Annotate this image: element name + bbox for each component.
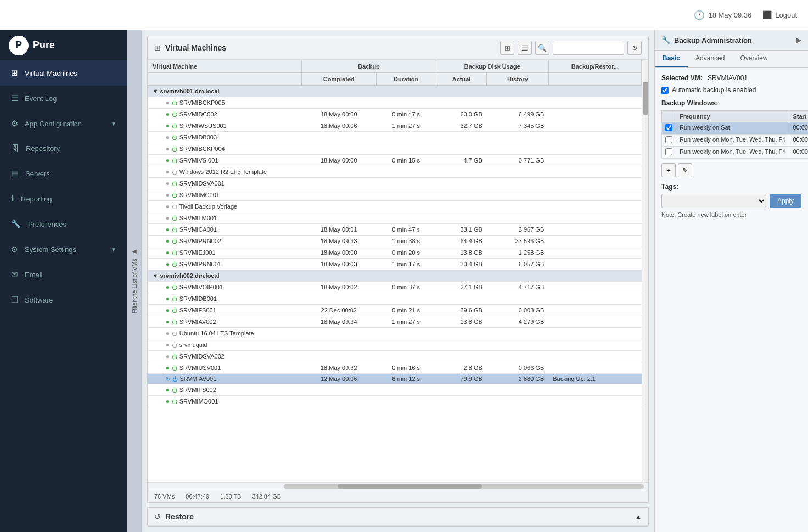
search-button[interactable]: 🔍 bbox=[535, 41, 549, 55]
duration-cell: 1 min 17 s bbox=[376, 259, 436, 270]
table-row[interactable]: ● ⏻ SRVMIVSI001 18.May 00:00 0 min 15 s … bbox=[148, 155, 642, 166]
table-row[interactable]: ● ⏻ SRVMIDC002 18.May 00:00 0 min 47 s 6… bbox=[148, 109, 642, 120]
restore-collapse-icon[interactable]: ▲ bbox=[635, 513, 642, 520]
chevron-down-icon: ▼ bbox=[111, 247, 116, 253]
horizontal-scrollbar[interactable] bbox=[284, 484, 644, 489]
search-input[interactable] bbox=[553, 41, 624, 55]
sidebar-item-preferences[interactable]: 🔧 Preferences bbox=[0, 211, 127, 237]
backup-restore-cell bbox=[548, 189, 641, 201]
vm-name-label: Ubuntu 16.04 LTS Template bbox=[179, 330, 254, 337]
selected-vm-value: SRVMIAV001 bbox=[708, 74, 748, 82]
completed-cell: 18.May 00:03 bbox=[302, 259, 377, 270]
table-row[interactable]: ● ⏻ SRVMIDSVA001 bbox=[148, 178, 642, 189]
backup-window-row[interactable]: Run weekly on Sat 00:00 48h bbox=[662, 122, 809, 135]
backup-restore-cell bbox=[548, 201, 641, 212]
sidebar-item-app-configuration[interactable]: ⚙ App Configuration ▼ bbox=[0, 111, 127, 136]
backup-window-row[interactable]: Run weekly on Mon, Tue, Wed, Thu, Fri 00… bbox=[662, 135, 809, 147]
status-icon: ● bbox=[166, 203, 170, 210]
sidebar-item-system-settings[interactable]: ⊙ System Settings ▼ bbox=[0, 237, 127, 262]
completed-cell: 12.May 00:06 bbox=[302, 374, 377, 384]
completed-cell bbox=[302, 166, 377, 178]
bw-frequency: Run weekly on Mon, Tue, Wed, Thu, Fri bbox=[676, 135, 789, 147]
completed-cell bbox=[302, 396, 377, 407]
table-row[interactable]: ● ⏻ SRVMIBCKP004 bbox=[148, 143, 642, 155]
status-icon: ● bbox=[166, 180, 170, 187]
tags-select[interactable] bbox=[661, 194, 766, 208]
add-backup-window-button[interactable]: + bbox=[661, 163, 676, 177]
backup-window-row[interactable]: Run weekly on Mon, Tue, Wed, Thu, Fri 00… bbox=[662, 147, 809, 159]
table-row[interactable]: ● ⏻ SRVMIDB003 bbox=[148, 132, 642, 143]
bw-checkbox[interactable] bbox=[665, 124, 672, 131]
tab-advanced[interactable]: Advanced bbox=[688, 51, 732, 67]
note-text: Note: Create new label on enter bbox=[661, 211, 801, 218]
table-row[interactable]: ● ⏻ SRVMIAV002 18.May 09:34 1 min 27 s 1… bbox=[148, 316, 642, 328]
grid-view-button[interactable]: ⊞ bbox=[500, 41, 514, 55]
vm-table-title: Virtual Machines bbox=[165, 43, 496, 52]
table-row[interactable]: ● ⏻ SRVMIMO001 bbox=[148, 396, 642, 407]
completed-cell bbox=[302, 189, 377, 201]
vertical-scrollbar[interactable] bbox=[642, 60, 648, 482]
tab-overview[interactable]: Overview bbox=[732, 51, 775, 67]
duration-cell bbox=[376, 201, 436, 212]
table-row[interactable]: ● ⏻ Tivoli Backup Vorlage bbox=[148, 201, 642, 212]
table-row[interactable]: ● ⏻ SRVMIBCKP005 bbox=[148, 97, 642, 109]
logout-button[interactable]: ⬛ Logout bbox=[762, 10, 797, 19]
table-row[interactable]: ● ⏻ SRVMIFS002 bbox=[148, 384, 642, 396]
table-row[interactable]: ● ⏻ SRVMIWSUS001 18.May 00:06 1 min 27 s… bbox=[148, 120, 642, 132]
status-icon: ● bbox=[166, 260, 170, 268]
duration-cell bbox=[376, 212, 436, 224]
col-vm-machine: Virtual Machine bbox=[148, 60, 302, 73]
sidebar-item-reporting[interactable]: ℹ Reporting bbox=[0, 186, 127, 211]
sidebar-item-email[interactable]: ✉ Email bbox=[0, 262, 127, 287]
bw-checkbox[interactable] bbox=[665, 136, 672, 143]
bw-checkbox[interactable] bbox=[665, 148, 672, 155]
vm-name-cell: ● ⏻ SRVMIDSVA001 bbox=[148, 178, 302, 189]
backup-restore-cell bbox=[548, 293, 641, 305]
table-row[interactable]: ● ⏻ Windows 2012 R2 Eng Template bbox=[148, 166, 642, 178]
table-row[interactable]: ● ⏻ SRVMIVOIP001 18.May 00:02 0 min 37 s… bbox=[148, 282, 642, 293]
table-row[interactable]: ● ⏻ SRVMIDB001 bbox=[148, 293, 642, 305]
vm-icon: ⊞ bbox=[11, 68, 18, 78]
sidebar-item-repository[interactable]: 🗄 Repository bbox=[0, 136, 127, 161]
vm-table-header: ⊞ Virtual Machines ⊞ ☰ 🔍 ↻ bbox=[148, 36, 648, 60]
filter-panel[interactable]: ◀ Filter the List of VMs bbox=[127, 30, 142, 532]
history-cell bbox=[487, 328, 548, 339]
sidebar-item-virtual-machines[interactable]: ⊞ Virtual Machines bbox=[0, 60, 127, 86]
auto-backup-checkbox[interactable] bbox=[661, 87, 669, 94]
edit-backup-window-button[interactable]: ✎ bbox=[678, 163, 692, 177]
history-cell bbox=[487, 351, 548, 362]
table-row[interactable]: ● ⏻ Ubuntu 16.04 LTS Template bbox=[148, 328, 642, 339]
list-view-button[interactable]: ☰ bbox=[518, 41, 532, 55]
status-icon: ● bbox=[166, 397, 170, 405]
table-row[interactable]: ● ⏻ SRVMIIMC001 bbox=[148, 189, 642, 201]
actual-cell bbox=[436, 396, 486, 407]
backup-restore-cell bbox=[548, 384, 641, 396]
settings-icon: ⊙ bbox=[11, 244, 18, 254]
bw-frequency: Run weekly on Sat bbox=[676, 122, 789, 135]
table-row[interactable]: ● ⏻ srvmuguid bbox=[148, 339, 642, 351]
tab-basic[interactable]: Basic bbox=[655, 51, 688, 67]
actual-cell bbox=[436, 328, 486, 339]
actual-cell bbox=[436, 293, 486, 305]
duration-cell bbox=[376, 339, 436, 351]
table-row[interactable]: ● ⏻ SRVMIFS001 22.Dec 00:02 0 min 21 s 3… bbox=[148, 305, 642, 316]
table-row[interactable]: ● ⏻ SRVMIPRN002 18.May 09:33 1 min 38 s … bbox=[148, 236, 642, 247]
apply-button[interactable]: Apply bbox=[770, 194, 801, 208]
table-row[interactable]: ● ⏻ SRVMIDSVA002 bbox=[148, 351, 642, 362]
table-row[interactable]: ● ⏻ SRVMIPRN001 18.May 00:03 1 min 17 s … bbox=[148, 259, 642, 270]
table-row[interactable]: ● ⏻ SRVMIEJ001 18.May 00:00 0 min 20 s 1… bbox=[148, 247, 642, 259]
completed-cell bbox=[302, 132, 377, 143]
sidebar-item-event-log[interactable]: ☰ Event Log bbox=[0, 86, 127, 111]
col-history-header: History bbox=[487, 73, 548, 86]
table-row[interactable]: ● ⏻ SRVMICA001 18.May 00:01 0 min 47 s 3… bbox=[148, 224, 642, 236]
sidebar-item-software[interactable]: ❐ Software bbox=[0, 287, 127, 312]
table-row[interactable]: ● ⏻ SRVMIUSV001 18.May 09:32 0 min 16 s … bbox=[148, 362, 642, 374]
group-row: ▼ srvmivh001.dm.local bbox=[148, 86, 642, 97]
refresh-button[interactable]: ↻ bbox=[627, 41, 642, 55]
table-row[interactable]: ● ⏻ SRVMILM001 bbox=[148, 212, 642, 224]
table-row[interactable]: ↻ ⏻ SRVMIAV001 12.May 00:06 6 min 12 s 7… bbox=[148, 374, 642, 384]
right-panel-expand-icon[interactable]: ▶ bbox=[796, 36, 801, 44]
sidebar-item-servers[interactable]: ▤ Servers bbox=[0, 161, 127, 186]
backup-restore-cell bbox=[548, 351, 641, 362]
vm-name-cell: ● ⏻ SRVMIMO001 bbox=[148, 396, 302, 407]
